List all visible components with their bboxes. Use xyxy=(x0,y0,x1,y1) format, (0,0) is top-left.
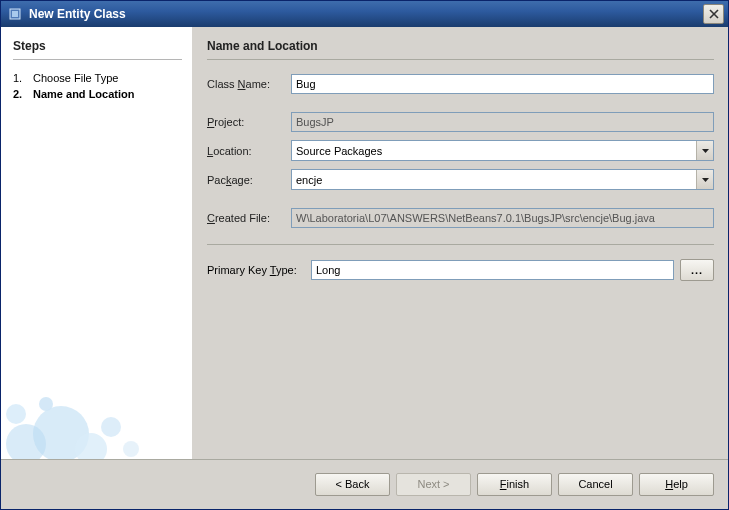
main-panel: Name and Location Class Name: Project: L… xyxy=(193,27,728,459)
finish-button[interactable]: Finish xyxy=(477,473,552,496)
svg-point-10 xyxy=(123,441,139,457)
project-label: Project: xyxy=(207,116,291,128)
app-icon xyxy=(7,6,23,22)
location-label: Location: xyxy=(207,145,291,157)
next-button: Next > xyxy=(396,473,471,496)
package-value[interactable] xyxy=(292,170,696,189)
svg-point-9 xyxy=(101,417,121,437)
panel-title: Name and Location xyxy=(207,39,714,60)
titlebar[interactable]: New Entity Class xyxy=(1,1,728,27)
cancel-button[interactable]: Cancel xyxy=(558,473,633,496)
svg-point-6 xyxy=(75,433,107,459)
step-item: 2. Name and Location xyxy=(13,86,182,102)
close-icon xyxy=(709,9,719,19)
wizard-window: New Entity Class Steps 1. Choose File Ty… xyxy=(0,0,729,510)
location-value[interactable] xyxy=(292,141,696,160)
steps-header: Steps xyxy=(13,39,182,60)
help-button[interactable]: Help xyxy=(639,473,714,496)
back-button[interactable]: < Back xyxy=(315,473,390,496)
step-number: 1. xyxy=(13,72,33,84)
project-row: Project: xyxy=(207,112,714,132)
package-dropdown-button[interactable] xyxy=(696,170,713,189)
svg-point-8 xyxy=(39,397,53,411)
primary-key-input[interactable] xyxy=(311,260,674,280)
step-number: 2. xyxy=(13,88,33,100)
package-combo[interactable] xyxy=(291,169,714,190)
window-title: New Entity Class xyxy=(29,7,703,21)
created-file-label: Created File: xyxy=(207,212,291,224)
svg-point-4 xyxy=(6,424,46,459)
steps-panel: Steps 1. Choose File Type 2. Name and Lo… xyxy=(1,27,193,459)
wizard-footer: < Back Next > Finish Cancel Help xyxy=(1,459,728,509)
decorative-bubbles xyxy=(1,349,191,459)
class-name-label: Class Name: xyxy=(207,78,291,90)
primary-key-label: Primary Key Type: xyxy=(207,264,311,276)
package-label: Package: xyxy=(207,174,291,186)
svg-rect-1 xyxy=(12,11,18,17)
wizard-body: Steps 1. Choose File Type 2. Name and Lo… xyxy=(1,27,728,459)
class-name-input[interactable] xyxy=(291,74,714,94)
steps-list: 1. Choose File Type 2. Name and Location xyxy=(13,70,182,102)
package-row: Package: xyxy=(207,169,714,190)
class-name-row: Class Name: xyxy=(207,74,714,94)
browse-type-button[interactable]: ... xyxy=(680,259,714,281)
project-field xyxy=(291,112,714,132)
chevron-down-icon xyxy=(702,149,709,153)
created-file-field xyxy=(291,208,714,228)
close-button[interactable] xyxy=(703,4,724,24)
svg-point-5 xyxy=(33,406,89,459)
step-item: 1. Choose File Type xyxy=(13,70,182,86)
chevron-down-icon xyxy=(702,178,709,182)
svg-marker-11 xyxy=(702,149,709,153)
svg-point-7 xyxy=(6,404,26,424)
separator xyxy=(207,244,714,245)
svg-marker-12 xyxy=(702,178,709,182)
location-row: Location: xyxy=(207,140,714,161)
created-file-row: Created File: xyxy=(207,208,714,228)
step-label: Name and Location xyxy=(33,88,134,100)
step-label: Choose File Type xyxy=(33,72,118,84)
location-combo[interactable] xyxy=(291,140,714,161)
location-dropdown-button[interactable] xyxy=(696,141,713,160)
primary-key-row: Primary Key Type: ... xyxy=(207,259,714,281)
